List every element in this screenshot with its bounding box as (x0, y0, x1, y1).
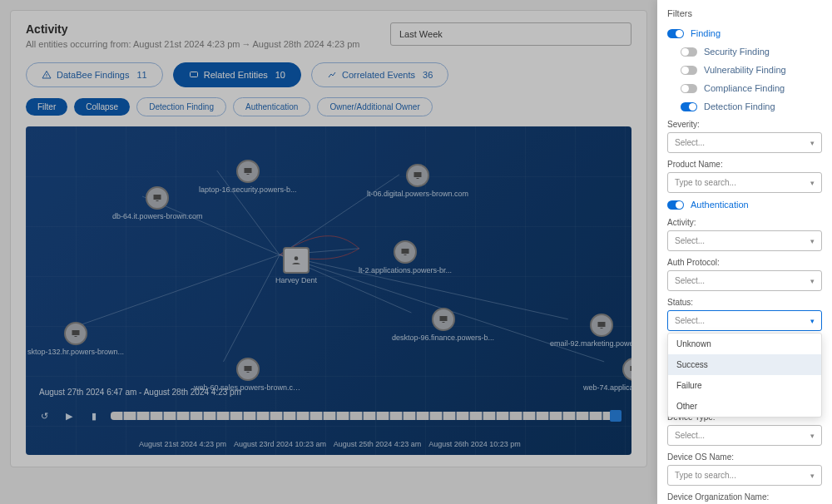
chevron-down-icon: ▾ (810, 179, 815, 187)
graph-node[interactable]: lt-2.applications.powers-br... (359, 240, 452, 274)
page-title: Activity (26, 22, 374, 36)
graph-node[interactable]: email-92.marketing.powers-b... (550, 314, 631, 348)
svg-rect-17 (402, 249, 409, 254)
select-activity[interactable]: Select...▾ (667, 230, 822, 251)
monitor-icon (152, 193, 162, 203)
filters-title: Filters (667, 8, 822, 18)
tab-related-entities[interactable]: Related Entities10 (173, 62, 301, 87)
graph-node[interactable]: desktop-96.finance.powers-b... (392, 308, 494, 342)
graph-node[interactable]: web-74.applications.powers-... (583, 358, 631, 392)
label-device-os: Device OS Name: (667, 452, 822, 462)
label-activity: Activity: (667, 218, 822, 227)
monitor-icon (400, 247, 410, 257)
graph-node-user[interactable]: Harvey Dent (275, 247, 317, 284)
select-severity[interactable]: Select...▾ (667, 132, 822, 153)
monitor-icon (629, 364, 631, 374)
activity-subtitle: All entities occurring from: August 21st… (26, 39, 374, 49)
svg-rect-18 (404, 254, 407, 255)
label-auth-protocol: Auth Protocol: (667, 258, 822, 267)
monitor-icon (71, 329, 81, 338)
status-option-success[interactable]: Success (668, 354, 821, 375)
chevron-down-icon: ▾ (810, 317, 815, 325)
svg-rect-21 (597, 322, 605, 327)
timeline-ticks: August 21st 2024 4:23 pm August 23rd 202… (26, 440, 631, 448)
tab-databee-findings[interactable]: DataBee Findings11 (26, 62, 163, 87)
svg-rect-22 (600, 328, 602, 329)
svg-rect-12 (246, 174, 249, 175)
chevron-down-icon: ▾ (810, 277, 815, 285)
svg-rect-27 (630, 366, 631, 371)
graph-node[interactable]: db-64.it.powers-brown.com (112, 186, 203, 220)
select-device-type[interactable]: Select...▾ (667, 425, 822, 446)
svg-rect-16 (417, 178, 419, 179)
label-severity: Severity: (667, 120, 822, 129)
speed-button[interactable]: ▮ (86, 408, 102, 424)
monitor-icon (597, 320, 607, 330)
svg-rect-13 (154, 195, 161, 200)
svg-rect-23 (72, 330, 80, 335)
graph-node[interactable]: web-60.sales.powers-brown.com (194, 358, 302, 392)
user-icon (290, 254, 302, 266)
collapse-chip[interactable]: Collapse (74, 98, 130, 116)
filters-panel: Filters Finding Security Finding Vulnera… (657, 0, 832, 504)
chevron-down-icon: ▾ (810, 432, 815, 440)
status-option-other[interactable]: Other (668, 396, 821, 417)
svg-point-10 (295, 256, 299, 260)
scrubber-handle[interactable] (610, 410, 622, 422)
graph-node[interactable]: sktop-132.hr.powers-brown... (27, 322, 124, 356)
svg-rect-14 (156, 200, 159, 201)
svg-rect-15 (414, 172, 422, 177)
graph-node[interactable]: laptop-16.security.powers-b... (199, 160, 296, 194)
play-button[interactable]: ▶ (61, 408, 77, 424)
warning-icon (42, 70, 52, 80)
toggle-detection-finding[interactable]: Detection Finding (667, 101, 822, 111)
monitor-icon (243, 166, 253, 176)
select-status[interactable]: Select...▾ (667, 310, 822, 331)
toggle-vulnerability-finding[interactable]: Vulnerability Finding (667, 65, 822, 75)
svg-rect-26 (247, 372, 250, 373)
date-range-select[interactable]: Last Week (390, 22, 631, 46)
timeline-scrubber[interactable] (111, 412, 622, 420)
svg-rect-11 (244, 168, 251, 173)
toggle-authentication[interactable]: Authentication (667, 200, 822, 210)
label-status: Status: (667, 298, 822, 307)
rewind-button[interactable]: ↺ (36, 408, 52, 424)
status-option-unknown[interactable]: Unknown (668, 334, 821, 354)
status-dropdown: Unknown Success Failure Other (667, 333, 822, 418)
svg-rect-24 (75, 336, 77, 337)
chevron-down-icon: ▾ (810, 472, 815, 480)
graph-node[interactable]: lt-06.digital.powers-brown.com (367, 164, 468, 198)
toggle-finding[interactable]: Finding (667, 28, 822, 38)
svg-rect-19 (439, 316, 447, 321)
input-product-name[interactable]: Type to search...▾ (667, 172, 822, 193)
monitor-icon (413, 170, 423, 180)
filter-chip[interactable]: Filter (26, 98, 67, 116)
input-device-os[interactable]: Type to search...▾ (667, 465, 822, 486)
chip-detection-finding[interactable]: Detection Finding (136, 97, 226, 116)
events-icon (327, 70, 337, 80)
tab-correlated-events[interactable]: Correlated Events36 (311, 62, 448, 87)
select-auth-protocol[interactable]: Select...▾ (667, 270, 822, 291)
entity-graph[interactable]: Harvey Dent laptop-16.security.powers-b.… (26, 126, 631, 455)
monitor-icon (438, 314, 448, 324)
label-product-name: Product Name: (667, 160, 822, 169)
svg-rect-20 (442, 322, 444, 323)
chevron-down-icon: ▾ (810, 237, 815, 245)
chip-authentication[interactable]: Authentication (233, 97, 310, 116)
svg-rect-0 (190, 72, 197, 77)
status-option-failure[interactable]: Failure (668, 375, 821, 396)
toggle-compliance-finding[interactable]: Compliance Finding (667, 83, 822, 93)
entities-icon (189, 70, 199, 80)
toggle-security-finding[interactable]: Security Finding (667, 47, 822, 57)
svg-rect-25 (245, 366, 252, 371)
label-device-org: Device Organization Name: (667, 492, 822, 502)
chip-owner[interactable]: Owner/Additional Owner (317, 97, 432, 116)
monitor-icon (243, 364, 253, 374)
visible-range-label: August 27th 2024 6:47 am - August 28th 2… (39, 388, 241, 397)
chevron-down-icon: ▾ (810, 139, 815, 147)
